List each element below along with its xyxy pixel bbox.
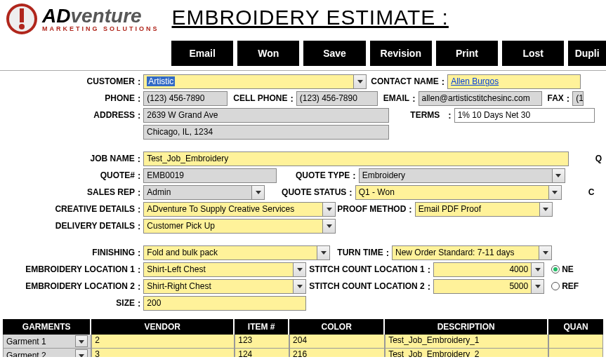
turn-time-label: TURN TIME: [337, 248, 384, 257]
job-name-field[interactable]: Test_Job_Embroidery: [143, 151, 568, 166]
garments-header: GARMENTS VENDOR ITEM # COLOR DESCRIPTION…: [3, 319, 603, 335]
quote-number-field[interactable]: EMB0019: [143, 168, 277, 183]
email-button[interactable]: Email: [171, 41, 233, 66]
garment-name-cell: Garment 2: [3, 349, 91, 357]
svg-marker-13: [297, 268, 303, 271]
phone-field[interactable]: (123) 456-7890: [143, 91, 228, 106]
col-quan: QUAN: [548, 319, 603, 335]
svg-marker-14: [535, 268, 541, 271]
customer-select[interactable]: Artistic: [143, 74, 354, 89]
col-garments: GARMENTS: [3, 319, 91, 335]
terms-field[interactable]: 1% 10 Days Net 30: [454, 108, 595, 123]
delivery-dropdown[interactable]: [323, 219, 336, 234]
svg-point-3: [19, 24, 25, 29]
garment-name-dropdown[interactable]: [75, 349, 88, 357]
loc1-label: EMBROIDERY LOCATION 1: [3, 264, 136, 274]
email-label: EMAIL: [383, 93, 411, 103]
quote-num-label: QUOTE#: [3, 170, 136, 180]
quote-status-field[interactable]: Q1 - Won: [355, 185, 549, 200]
address1-field[interactable]: 2639 W Grand Ave: [143, 108, 389, 123]
svg-marker-11: [321, 251, 327, 255]
cell-phone-field[interactable]: (123) 456-7890: [296, 91, 378, 106]
contact-label: CONTACT NAME: [371, 76, 440, 86]
quote-type-dropdown[interactable]: [553, 168, 565, 183]
stitch2-label: STITCH COUNT LOCATION 2: [309, 281, 426, 291]
svg-marker-7: [552, 191, 558, 194]
quan-cell[interactable]: [548, 349, 603, 357]
vendor-cell[interactable]: 2: [91, 335, 235, 349]
fax-field[interactable]: (1: [572, 91, 584, 106]
svg-marker-4: [357, 80, 363, 83]
address2-field[interactable]: Chicago, IL, 1234: [143, 125, 389, 140]
sales-rep-field[interactable]: Admin: [143, 185, 252, 200]
turn-time-field[interactable]: New Order Standard: 7-11 days: [392, 245, 539, 260]
lost-button[interactable]: Lost: [502, 41, 564, 66]
creative-dropdown[interactable]: [323, 202, 336, 217]
stitch2-field[interactable]: 5000: [433, 279, 532, 294]
item-cell[interactable]: 124: [235, 349, 289, 357]
finishing-dropdown[interactable]: [317, 245, 330, 260]
page-title: EMBROIDERY ESTIMATE :: [172, 6, 449, 29]
svg-marker-17: [79, 340, 84, 344]
customer-dropdown[interactable]: [354, 74, 367, 89]
garment-row: Garment 1 2 123 204 Test_Job_Embroidery_…: [3, 335, 603, 349]
color-cell[interactable]: 204: [289, 335, 385, 349]
loc2-field[interactable]: Shirt-Right Chest: [143, 279, 294, 294]
finishing-field[interactable]: Fold and bulk pack: [143, 245, 317, 260]
svg-marker-12: [543, 251, 548, 255]
quote-status-label: QUOTE STATUS: [265, 187, 348, 197]
svg-marker-10: [327, 224, 332, 228]
svg-marker-6: [256, 191, 261, 194]
side-q-label: Q: [595, 154, 603, 163]
turn-time-dropdown[interactable]: [539, 245, 552, 260]
garment-row: Garment 2 3 124 216 Test_Job_Embroidery_…: [3, 349, 603, 357]
delivery-details-field[interactable]: Customer Pick Up: [143, 219, 323, 234]
finishing-label: FINISHING: [3, 248, 136, 257]
garment-name-dropdown[interactable]: [75, 335, 88, 347]
color-cell[interactable]: 216: [289, 349, 385, 357]
stitch1-dropdown[interactable]: [532, 262, 544, 277]
duplicate-button[interactable]: Dupli: [568, 41, 606, 66]
stitch1-field[interactable]: 4000: [433, 262, 532, 277]
item-cell[interactable]: 123: [235, 335, 289, 349]
ref-radio[interactable]: REF: [551, 281, 580, 291]
sales-rep-label: SALES REP: [3, 187, 136, 197]
proof-method-field[interactable]: Email PDF Proof: [415, 202, 540, 217]
vendor-cell[interactable]: 3: [91, 349, 235, 357]
loc1-dropdown[interactable]: [294, 262, 306, 277]
sales-rep-dropdown[interactable]: [252, 185, 265, 200]
quan-cell[interactable]: [548, 335, 603, 349]
creative-details-field[interactable]: ADventure To Supply Creative Services: [143, 202, 323, 217]
quote-type-field[interactable]: Embroidery: [359, 168, 553, 183]
svg-marker-5: [555, 174, 561, 177]
loc1-field[interactable]: Shirt-Left Chest: [143, 262, 294, 277]
revision-button[interactable]: Revision: [370, 41, 432, 66]
loc2-label: EMBROIDERY LOCATION 2: [3, 281, 136, 291]
ne-radio[interactable]: NE: [551, 264, 575, 274]
won-button[interactable]: Won: [237, 41, 299, 66]
desc-cell[interactable]: Test_Job_Embroidery_1: [385, 335, 548, 349]
svg-marker-16: [535, 285, 541, 288]
quote-type-label: QUOTE TYPE: [281, 170, 351, 180]
proof-dropdown[interactable]: [540, 202, 553, 217]
quote-status-dropdown[interactable]: [549, 185, 562, 200]
save-button[interactable]: Save: [303, 41, 365, 66]
stitch2-dropdown[interactable]: [532, 279, 544, 294]
cell-label: CELL PHONE: [233, 93, 289, 103]
contact-name-field[interactable]: Allen Burgos: [447, 74, 581, 89]
action-toolbar: Email Won Save Revision Print Lost Dupli: [171, 41, 606, 66]
print-button[interactable]: Print: [436, 41, 498, 66]
size-field[interactable]: 200: [143, 296, 306, 311]
svg-marker-18: [79, 354, 84, 358]
app-logo: ADventure MARKETING SOLUTIONS: [6, 3, 159, 35]
address-label: ADDRESS: [3, 110, 136, 120]
terms-label: TERMS: [410, 110, 441, 120]
fax-label: FAX: [548, 93, 565, 103]
email-field[interactable]: allen@artisticstitchesinc.com: [419, 91, 542, 106]
loc2-dropdown[interactable]: [294, 279, 306, 294]
svg-marker-8: [327, 208, 332, 211]
desc-cell[interactable]: Test_Job_Embroidery_2: [385, 349, 548, 357]
creative-label: CREATIVE DETAILS: [3, 204, 136, 214]
logo-icon: [6, 3, 38, 35]
proof-label: PROOF METHOD: [337, 204, 407, 214]
